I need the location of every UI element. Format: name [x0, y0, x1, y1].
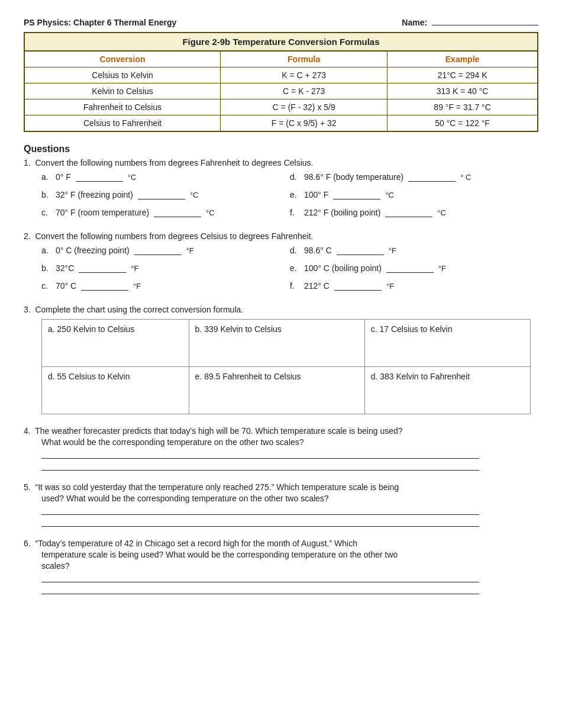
- sub-question-item: a. 0° F °C: [41, 172, 290, 182]
- sub-question-item: d. 98.6° F (body temperature) ° C: [290, 172, 538, 182]
- q6-answer-line-2: [41, 585, 479, 594]
- page-header: PS Physics: Chapter 6 Thermal Energy Nam…: [24, 18, 538, 27]
- answer-line: [337, 255, 384, 255]
- table-cell-0-1: K = C + 273: [221, 67, 387, 83]
- chart-cell: b. 339 Kelvin to Celsius: [189, 320, 364, 367]
- q3-text: 3. Complete the chart using the correct …: [24, 305, 538, 314]
- table-cell-1-2: 313 K = 40 °C: [387, 83, 538, 99]
- course-title: PS Physics: Chapter 6 Thermal Energy: [24, 18, 176, 27]
- col-example: Example: [387, 51, 538, 67]
- q1-sub-questions: a. 0° F °Cb. 32° F (freezing point) °Cc.…: [41, 172, 538, 220]
- table-cell-1-0: Kelvin to Celsius: [24, 83, 221, 99]
- answer-line: [76, 181, 123, 182]
- table-caption: Figure 2-9b Temperature Conversion Formu…: [24, 32, 538, 50]
- answer-line: [154, 217, 201, 217]
- answer-line: [134, 255, 182, 255]
- sub-question-item: f. 212° C °F: [290, 281, 538, 291]
- table-cell-2-1: C = (F - 32) x 5/9: [221, 99, 387, 115]
- conversion-table: Figure 2-9b Temperature Conversion Formu…: [24, 32, 538, 132]
- table-row: Celsius to KelvinK = C + 27321°C = 294 K: [24, 67, 538, 83]
- question-3: 3. Complete the chart using the correct …: [24, 305, 538, 414]
- q2-text: 2. Convert the following numbers from de…: [24, 231, 538, 241]
- table-cell-0-0: Celsius to Kelvin: [24, 67, 221, 83]
- q5-answer-line-2: [41, 517, 479, 527]
- table-cell-3-1: F = (C x 9/5) + 32: [221, 115, 387, 132]
- chart-cell: e. 89.5 Fahrenheit to Celsius: [189, 367, 364, 414]
- questions-heading: Questions: [24, 144, 538, 154]
- q2-sub-questions: a. 0° C (freezing point) °Fb. 32°C °Fc. …: [41, 246, 538, 293]
- table-cell-3-0: Celsius to Fahrenheit: [24, 115, 221, 132]
- table-row: Celsius to FahrenheitF = (C x 9/5) + 325…: [24, 115, 538, 132]
- name-label: Name:: [402, 18, 538, 27]
- col-formula: Formula: [221, 51, 387, 67]
- q2-left-col: a. 0° C (freezing point) °Fb. 32°C °Fc. …: [41, 246, 290, 293]
- answer-line: [408, 181, 456, 182]
- q1-right-col: d. 98.6° F (body temperature) ° Ce. 100°…: [290, 172, 538, 220]
- table-cell-2-0: Fahrenheit to Celsius: [24, 99, 221, 115]
- q2-right-col: d. 98.6° C °Fe. 100° C (boiling point) °…: [290, 246, 538, 293]
- question-1: 1. Convert the following numbers from de…: [24, 158, 538, 220]
- sub-question-item: e. 100° F °C: [290, 190, 538, 199]
- sub-question-item: d. 98.6° C °F: [290, 246, 538, 255]
- table-row: Fahrenheit to CelsiusC = (F - 32) x 5/98…: [24, 99, 538, 115]
- sub-question-item: e. 100° C (boiling point) °F: [290, 263, 538, 273]
- chart-row: d. 55 Celsius to Kelvine. 89.5 Fahrenhei…: [42, 367, 531, 414]
- table-header-row: Conversion Formula Example: [24, 51, 538, 67]
- table-cell-3-2: 50 °C = 122 °F: [387, 115, 538, 132]
- sub-question-item: f. 212° F (boiling point) °C: [290, 208, 538, 217]
- q3-chart: a. 250 Kelvin to Celsiusb. 339 Kelvin to…: [41, 319, 531, 414]
- sub-question-item: c. 70° F (room temperature) °C: [41, 208, 290, 217]
- answer-line: [138, 199, 185, 199]
- answer-line: [386, 272, 434, 273]
- col-conversion: Conversion: [24, 51, 221, 67]
- question-4: 4. The weather forecaster predicts that …: [24, 426, 538, 471]
- answer-line: [385, 217, 432, 217]
- q6-answer-line-1: [41, 573, 479, 582]
- question-2: 2. Convert the following numbers from de…: [24, 231, 538, 293]
- q4-answer-line-1: [41, 449, 479, 459]
- table-cell-0-2: 21°C = 294 K: [387, 67, 538, 83]
- sub-question-item: c. 70° C °F: [41, 281, 290, 291]
- chart-row: a. 250 Kelvin to Celsiusb. 339 Kelvin to…: [42, 320, 531, 367]
- name-field: [432, 25, 538, 25]
- table-row: Kelvin to CelsiusC = K - 273313 K = 40 °…: [24, 83, 538, 99]
- answer-line: [79, 272, 126, 273]
- table-cell-1-1: C = K - 273: [221, 83, 387, 99]
- q4-answer-line-2: [41, 461, 479, 471]
- q1-left-col: a. 0° F °Cb. 32° F (freezing point) °Cc.…: [41, 172, 290, 220]
- chart-cell: c. 17 Celsius to Kelvin: [364, 320, 530, 367]
- sub-question-item: a. 0° C (freezing point) °F: [41, 246, 290, 255]
- answer-line: [333, 199, 380, 199]
- question-6: 6. “Today’s temperature of 42 in Chicago…: [24, 539, 538, 594]
- chart-cell: d. 383 Kelvin to Fahrenheit: [364, 367, 530, 414]
- sub-question-item: b. 32° F (freezing point) °C: [41, 190, 290, 199]
- answer-line: [81, 290, 128, 291]
- answer-line: [334, 290, 382, 291]
- table-cell-2-2: 89 °F = 31.7 °C: [387, 99, 538, 115]
- question-5: 5. “It was so cold yesterday that the te…: [24, 482, 538, 527]
- sub-question-item: b. 32°C °F: [41, 263, 290, 273]
- chart-cell: a. 250 Kelvin to Celsius: [42, 320, 189, 367]
- q1-text: 1. Convert the following numbers from de…: [24, 158, 538, 167]
- q5-answer-line-1: [41, 505, 479, 515]
- chart-cell: d. 55 Celsius to Kelvin: [42, 367, 189, 414]
